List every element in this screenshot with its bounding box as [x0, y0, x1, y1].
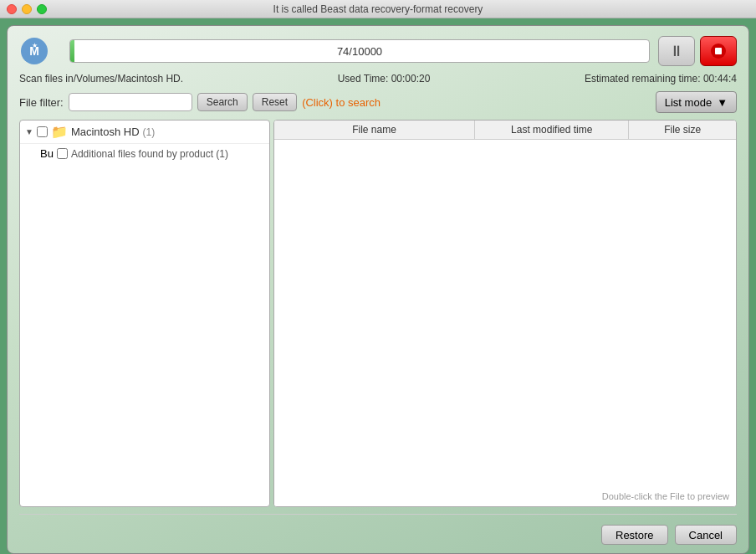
logo-area: M ★	[19, 36, 61, 66]
tree-expand-arrow[interactable]: ▼	[25, 127, 33, 136]
content-area: ▼ 📁 Macintosh HD (1) Bu Additional files…	[19, 120, 737, 507]
search-button[interactable]: Search	[197, 93, 248, 111]
col-header-filename[interactable]: File name	[274, 121, 475, 139]
table-header: File name Last modified time File size	[274, 121, 736, 140]
stop-button[interactable]	[700, 36, 737, 66]
progress-bar-fill	[70, 40, 74, 62]
close-button[interactable]	[7, 4, 17, 14]
scan-path-text: Scan files in/Volumes/Macintosh HD.	[19, 73, 183, 85]
progress-bar-text: 74/10000	[337, 45, 382, 58]
preview-hint-text: Double-click the File to preview	[602, 491, 729, 501]
col-header-modified[interactable]: Last modified time	[475, 121, 629, 139]
additional-files-checkbox[interactable]	[57, 148, 68, 159]
macintosh-hd-checkbox[interactable]	[37, 126, 48, 137]
traffic-lights	[7, 4, 47, 14]
click-to-search-text[interactable]: (Click) to search	[302, 96, 381, 109]
minimize-button[interactable]	[22, 4, 32, 14]
reset-button[interactable]: Reset	[253, 93, 297, 111]
progress-bar-container: 74/10000	[69, 39, 650, 63]
filter-input[interactable]	[69, 93, 192, 111]
bu-text: Bu	[40, 147, 54, 160]
list-mode-arrow: ▼	[717, 96, 728, 109]
bottom-buttons: Restore Cancel	[8, 521, 748, 553]
progress-row: M ★ 74/10000 ⏸	[19, 36, 737, 66]
pause-button[interactable]: ⏸	[658, 36, 695, 66]
tree-sub-item: Bu Additional files found by product (1)	[20, 144, 269, 163]
restore-button[interactable]: Restore	[601, 525, 668, 545]
file-tree-panel: ▼ 📁 Macintosh HD (1) Bu Additional files…	[19, 120, 270, 507]
stop-icon	[710, 43, 727, 59]
file-list-content: Double-click the File to preview	[274, 140, 736, 506]
title-bar: It is called Beast data recovery-format …	[0, 0, 756, 18]
maximize-button[interactable]	[37, 4, 47, 14]
col-header-size[interactable]: File size	[629, 121, 736, 139]
list-mode-label: List mode	[665, 96, 712, 109]
filter-row: File filter: Search Reset (Click) to sea…	[19, 91, 737, 113]
top-section: M ★ 74/10000 ⏸ Scan files in/Volumes	[8, 26, 748, 120]
macintosh-hd-count: (1)	[143, 126, 156, 138]
control-buttons: ⏸	[658, 36, 737, 66]
svg-rect-4	[715, 48, 722, 54]
divider	[19, 514, 737, 515]
main-window: M ★ 74/10000 ⏸ Scan files in/Volumes	[7, 25, 749, 554]
file-list-panel: File name Last modified time File size D…	[273, 120, 737, 507]
additional-files-label[interactable]: Additional files found by product (1)	[71, 148, 228, 160]
estimated-time-text: Estimated remaining time: 00:44:4	[585, 73, 737, 85]
folder-icon: 📁	[51, 124, 68, 140]
svg-text:★: ★	[32, 42, 38, 49]
used-time-text: Used Time: 00:00:20	[338, 73, 431, 85]
app-logo: M ★	[19, 36, 49, 66]
macintosh-hd-label[interactable]: Macintosh HD	[71, 126, 140, 138]
tree-header: ▼ 📁 Macintosh HD (1)	[20, 121, 269, 144]
cancel-button[interactable]: Cancel	[675, 525, 737, 545]
filter-label: File filter:	[19, 96, 64, 109]
info-row: Scan files in/Volumes/Macintosh HD. Used…	[19, 73, 737, 85]
list-mode-button[interactable]: List mode ▼	[656, 91, 737, 113]
window-title: It is called Beast data recovery-format …	[273, 3, 483, 15]
